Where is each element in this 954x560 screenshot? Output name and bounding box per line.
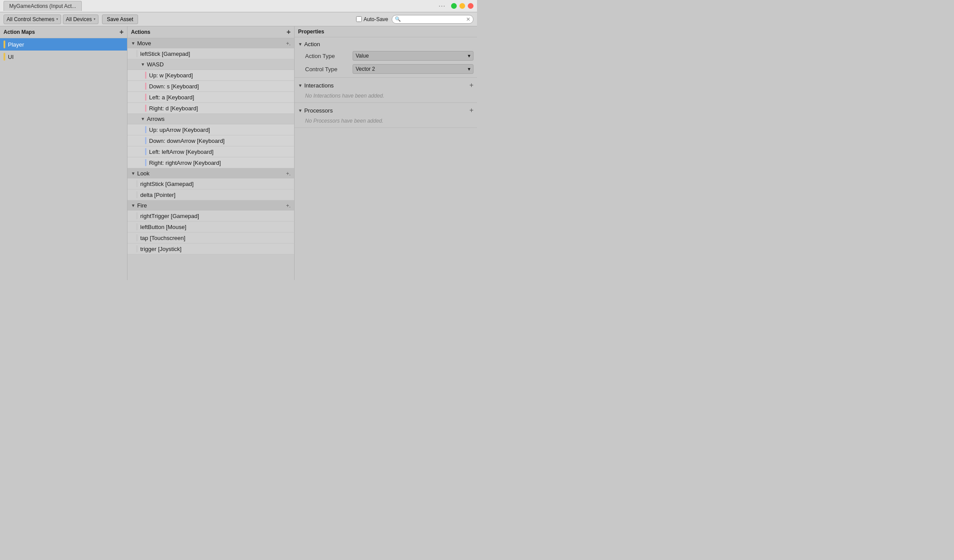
action-group-look[interactable]: ▼ Look +. [127,168,294,178]
action-item-leftbutton[interactable]: leftButton [Mouse] [127,222,294,233]
control-type-row: Control Type Vector 2 ▾ [295,62,477,76]
rightstick-label: rightStick [Gamepad] [140,181,193,187]
action-item-rightstick[interactable]: rightStick [Gamepad] [127,178,294,189]
leftstick-color [136,50,138,57]
player-color-indicator [4,40,5,48]
action-type-dropdown[interactable]: Value ▾ [353,51,473,61]
action-item-left-arrow[interactable]: Left: leftArrow [Keyboard] [127,146,294,157]
action-map-item-ui[interactable]: UI [0,51,127,63]
right-arrow-color [145,159,146,166]
action-section-label: Action [304,41,320,47]
properties-title: Properties [298,29,324,35]
processors-triangle-icon: ▼ [298,108,302,113]
action-type-arrow-icon: ▾ [468,53,470,59]
action-section: ▼ Action Action Type Value ▾ Control Typ… [295,37,477,78]
control-type-dropdown[interactable]: Vector 2 ▾ [353,64,473,74]
interactions-empty-text: No Interactions have been added. [295,91,477,101]
action-section-triangle-icon: ▼ [298,42,302,47]
action-item-up-arrow[interactable]: Up: upArrow [Keyboard] [127,124,294,135]
right-d-label: Right: d [Keyboard] [149,105,198,112]
righttrigger-color [136,212,138,219]
action-type-value: Value [356,53,369,59]
actions-panel: Actions + ▼ Move +. leftStick [Gamepad] … [127,26,295,280]
delta-color [136,191,138,198]
maximize-button[interactable] [451,3,457,9]
action-item-delta[interactable]: delta [Pointer] [127,189,294,200]
move-header-left: ▼ Move [131,40,151,47]
action-type-row: Action Type Value ▾ [295,49,477,62]
search-input[interactable] [403,16,464,22]
control-schemes-arrow-icon: ▾ [56,17,58,21]
left-arrow-label: Left: leftArrow [Keyboard] [149,149,214,155]
search-clear-icon[interactable]: ✕ [466,16,470,22]
window-menu-button[interactable]: ⋯ [438,2,446,10]
control-schemes-dropdown[interactable]: All Control Schemes ▾ [4,15,61,24]
action-maps-title: Action Maps [4,29,35,35]
tap-color [136,234,138,241]
add-interaction-button[interactable]: + [470,81,473,89]
up-w-color [145,72,146,79]
look-header-left: ▼ Look [131,170,149,177]
action-item-leftstick[interactable]: leftStick [Gamepad] [127,48,294,59]
leftstick-label: leftStick [Gamepad] [140,51,190,57]
look-add-icon[interactable]: +. [286,171,291,177]
title-tab[interactable]: MyGameActions (Input Act... [4,1,82,11]
toolbar: All Control Schemes ▾ All Devices ▾ Save… [0,12,477,26]
close-button[interactable] [468,3,473,9]
action-maps-panel: Action Maps + Player UI [0,26,127,280]
action-item-righttrigger[interactable]: rightTrigger [Gamepad] [127,211,294,222]
action-item-up-w[interactable]: Up: w [Keyboard] [127,70,294,81]
delta-label: delta [Pointer] [140,192,175,198]
action-item-right-arrow[interactable]: Right: rightArrow [Keyboard] [127,157,294,168]
up-arrow-label: Up: upArrow [Keyboard] [149,127,210,133]
action-group-fire[interactable]: ▼ Fire +. [127,200,294,211]
action-item-down-s[interactable]: Down: s [Keyboard] [127,81,294,92]
move-label: Move [137,40,151,47]
action-item-right-d[interactable]: Right: d [Keyboard] [127,103,294,114]
save-asset-button[interactable]: Save Asset [102,15,138,24]
action-section-header[interactable]: ▼ Action [295,39,477,49]
autosave-checkbox[interactable] [356,16,362,22]
processors-section-header[interactable]: ▼ Processors + [295,105,477,116]
fire-label: Fire [137,202,147,209]
control-type-arrow-icon: ▾ [468,66,470,72]
subgroup-arrows[interactable]: ▼ Arrows [127,114,294,124]
action-item-tap[interactable]: tap [Touchscreen] [127,233,294,244]
right-arrow-label: Right: rightArrow [Keyboard] [149,160,221,166]
move-triangle-icon: ▼ [131,41,135,46]
add-processor-button[interactable]: + [470,106,473,114]
properties-header: Properties [295,26,477,37]
move-add-icon[interactable]: +. [286,40,291,47]
title-bar-controls: ⋯ [438,2,473,10]
arrows-triangle-icon: ▼ [141,116,145,121]
down-s-color [145,83,146,90]
control-schemes-label: All Control Schemes [7,16,55,22]
rightstick-color [136,180,138,187]
leftbutton-label: leftButton [Mouse] [140,224,186,230]
interactions-section-header[interactable]: ▼ Interactions + [295,80,477,91]
minimize-button[interactable] [459,3,465,9]
ui-color-indicator [4,53,5,61]
righttrigger-label: rightTrigger [Gamepad] [140,213,199,219]
control-type-label: Control Type [305,66,349,73]
action-item-trigger[interactable]: trigger [Joystick] [127,244,294,255]
action-map-item-player[interactable]: Player [0,38,127,51]
left-a-color [145,94,146,101]
processors-empty-text: No Processors have been added. [295,116,477,126]
subgroup-wasd[interactable]: ▼ WASD [127,59,294,70]
action-item-left-a[interactable]: Left: a [Keyboard] [127,92,294,103]
action-section-header-left: ▼ Action [298,41,320,47]
search-box: 🔍 ✕ [392,15,473,24]
add-action-button[interactable]: + [287,29,291,36]
devices-arrow-icon: ▾ [94,17,95,21]
main-content: Action Maps + Player UI Actions + ▼ Move… [0,26,477,280]
devices-dropdown[interactable]: All Devices ▾ [63,15,98,24]
add-action-map-button[interactable]: + [120,29,124,36]
action-group-move[interactable]: ▼ Move +. [127,38,294,48]
interactions-section: ▼ Interactions + No Interactions have be… [295,78,477,103]
fire-add-icon[interactable]: +. [286,203,291,209]
action-item-down-arrow[interactable]: Down: downArrow [Keyboard] [127,135,294,146]
interactions-triangle-icon: ▼ [298,83,302,88]
wasd-label: WASD [147,61,164,68]
fire-header-left: ▼ Fire [131,202,147,209]
